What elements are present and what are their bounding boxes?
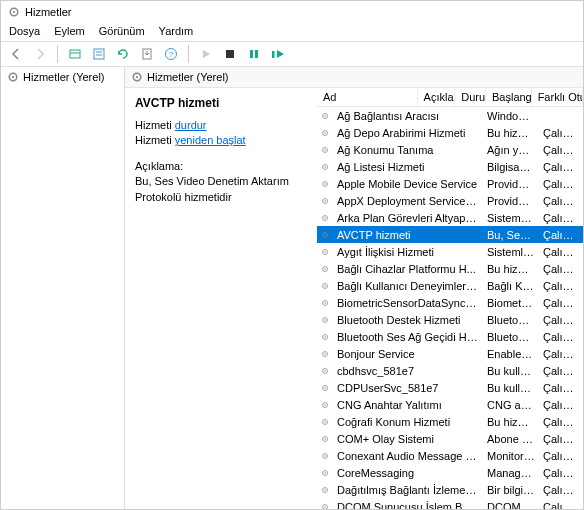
service-row[interactable]: CoreMessagingManages ...ÇalışıyorOtomati… <box>317 464 583 481</box>
svg-point-15 <box>12 76 14 78</box>
cell-desc: Manages ... <box>483 467 539 479</box>
tree-root[interactable]: Hizmetler (Yerel) <box>7 71 118 83</box>
svg-rect-12 <box>255 50 258 58</box>
cell-desc: Bu hizmet... <box>483 416 539 428</box>
pause-button[interactable] <box>243 44 265 64</box>
col-start[interactable]: Başlangıç Türü <box>486 88 532 106</box>
col-desc[interactable]: Açıklama <box>418 88 456 106</box>
restart-link[interactable]: yeniden başlat <box>175 134 246 146</box>
service-row[interactable]: CDPUserSvc_581e7Bu kullanı...Çalışıyor <box>317 379 583 396</box>
col-logon[interactable]: Farklı Oturum Aç <box>532 88 583 106</box>
service-row[interactable]: BiometricSensorDataSynchr...Biometric...… <box>317 294 583 311</box>
view-button[interactable] <box>64 44 86 64</box>
cell-name: Bağlı Cihazlar Platformu H... <box>333 263 483 275</box>
service-row[interactable]: Bluetooth Destek HizmetiBluetooth...Çalı… <box>317 311 583 328</box>
cell-desc: Bu kullanı... <box>483 365 539 377</box>
service-row[interactable]: cbdhsvc_581e7Bu kullanı...Çalışıyor <box>317 362 583 379</box>
svg-point-57 <box>324 438 326 440</box>
cell-status: Çalışıyor <box>539 433 583 445</box>
forward-button[interactable] <box>29 44 51 64</box>
menu-help[interactable]: Yardım <box>159 25 194 37</box>
col-name[interactable]: Ad <box>317 88 418 106</box>
svg-point-29 <box>324 200 326 202</box>
service-row[interactable]: Ağ Depo Arabirimi HizmetiBu hizmet...Çal… <box>317 124 583 141</box>
properties-button[interactable] <box>88 44 110 64</box>
service-row[interactable]: Conexant Audio Message S...Monitors ...Ç… <box>317 447 583 464</box>
menu-view[interactable]: Görünüm <box>99 25 145 37</box>
start-button[interactable] <box>195 44 217 64</box>
cell-desc: Bu hizmet ... <box>483 263 539 275</box>
cell-status: Çalışıyor <box>539 229 583 241</box>
service-row[interactable]: Coğrafi Konum HizmetiBu hizmet...Çalışıy… <box>317 413 583 430</box>
cell-status: Çalışıyor <box>539 484 583 496</box>
window-title: Hizmetler <box>25 6 71 18</box>
separator <box>188 45 189 63</box>
cell-name: Apple Mobile Device Service <box>333 178 483 190</box>
service-list[interactable]: Ağ Bağlantısı AracısıWindows ...Manuel (… <box>317 107 583 509</box>
svg-point-43 <box>324 319 326 321</box>
stop-button[interactable] <box>219 44 241 64</box>
svg-rect-13 <box>272 51 275 58</box>
gear-icon <box>317 416 333 428</box>
svg-point-23 <box>324 149 326 151</box>
service-row[interactable]: DCOM Sunucusu İşlem Başl...DCOMLA...Çalı… <box>317 498 583 509</box>
service-row[interactable]: CNG Anahtar YalıtımıCNG ana...Çalışıyor <box>317 396 583 413</box>
service-row[interactable]: Aygıt İlişkisi HizmetiSistemle k...Çalış… <box>317 243 583 260</box>
cell-status: Çalışıyor <box>539 331 583 343</box>
selected-service-title: AVCTP hizmeti <box>135 96 307 110</box>
cell-desc: Abone Bil... <box>483 433 539 445</box>
stop-link[interactable]: durdur <box>175 119 207 131</box>
svg-point-59 <box>324 455 326 457</box>
svg-point-49 <box>324 370 326 372</box>
cell-status: Çalışıyor <box>539 467 583 479</box>
cell-desc: Enables h... <box>483 348 539 360</box>
gear-icon <box>317 195 333 207</box>
export-button[interactable] <box>136 44 158 64</box>
service-row[interactable]: Arka Plan Görevleri Altyapı ...Sistemde … <box>317 209 583 226</box>
back-button[interactable] <box>5 44 27 64</box>
service-row[interactable]: COM+ Olay SistemiAbone Bil...Çalışıyor <box>317 430 583 447</box>
cell-status: Çalışıyor <box>539 212 583 224</box>
gear-icon <box>317 399 333 411</box>
svg-point-37 <box>324 268 326 270</box>
service-row[interactable]: Apple Mobile Device ServiceProvides t...… <box>317 175 583 192</box>
cell-status: Çalışıyor <box>539 399 583 411</box>
cell-status: Çalışıyor <box>539 501 583 510</box>
right-header-label: Hizmetler (Yerel) <box>147 71 229 83</box>
service-row[interactable]: AVCTP hizmetiBu, Ses Vi...ÇalışıyorManue… <box>317 226 583 243</box>
cell-name: Bluetooth Ses Ağ Geçidi Hiz... <box>333 331 483 343</box>
gear-icon <box>317 382 333 394</box>
cell-name: Aygıt İlişkisi Hizmeti <box>333 246 483 258</box>
service-row[interactable]: Dağıtılmış Bağlantı İzleme İs...Bir bilg… <box>317 481 583 498</box>
service-row[interactable]: Ağ Bağlantısı AracısıWindows ...Manuel (… <box>317 107 583 124</box>
cell-name: AVCTP hizmeti <box>333 229 483 241</box>
gear-icon <box>317 212 333 224</box>
cell-desc: Bu hizmet... <box>483 127 539 139</box>
col-status[interactable]: Durum <box>455 88 486 106</box>
cell-status: Çalışıyor <box>539 382 583 394</box>
refresh-button[interactable] <box>112 44 134 64</box>
service-row[interactable]: Bağlı Cihazlar Platformu H...Bu hizmet .… <box>317 260 583 277</box>
service-row[interactable]: Ağ Listesi HizmetiBilgisayar...Çalışıyor… <box>317 158 583 175</box>
gear-icon <box>317 433 333 445</box>
restart-button[interactable] <box>267 44 289 64</box>
svg-point-53 <box>324 404 326 406</box>
gear-icon <box>317 314 333 326</box>
service-detail: AVCTP hizmeti Hizmeti durdur Hizmeti yen… <box>125 88 317 509</box>
service-row[interactable]: AppX Deployment Service (...Provides i..… <box>317 192 583 209</box>
cell-name: cbdhsvc_581e7 <box>333 365 483 377</box>
services-icon <box>7 71 19 83</box>
help-button[interactable]: ? <box>160 44 182 64</box>
svg-point-19 <box>324 115 326 117</box>
gear-icon <box>317 110 333 122</box>
tree-root-label: Hizmetler (Yerel) <box>23 71 105 83</box>
service-row[interactable]: Bonjour ServiceEnables h...Çalışıyor <box>317 345 583 362</box>
cell-status: Çalışıyor <box>539 314 583 326</box>
svg-point-27 <box>324 183 326 185</box>
service-row[interactable]: Bağlı Kullanıcı Deneyimleri ...Bağlı Kul… <box>317 277 583 294</box>
service-row[interactable]: Bluetooth Ses Ağ Geçidi Hiz...Bluetooth.… <box>317 328 583 345</box>
svg-point-1 <box>13 11 15 13</box>
menu-action[interactable]: Eylem <box>54 25 85 37</box>
service-row[interactable]: Ağ Konumu TanımaAğın yapıl...ÇalışıyorOt… <box>317 141 583 158</box>
menu-file[interactable]: Dosya <box>9 25 40 37</box>
